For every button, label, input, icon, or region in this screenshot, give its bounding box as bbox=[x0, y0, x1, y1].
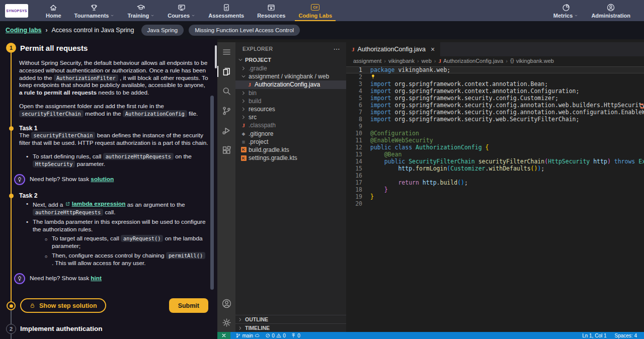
line-number: 9 bbox=[346, 123, 362, 130]
run-debug-icon[interactable] bbox=[219, 124, 233, 137]
code-content[interactable]: 1package vikingbank.web;23import org.spr… bbox=[346, 65, 644, 207]
tree-item-build[interactable]: build bbox=[235, 97, 346, 105]
code-line-17[interactable]: 17 return http.build(); bbox=[346, 179, 644, 186]
code-line-19[interactable]: 19} bbox=[346, 193, 644, 200]
editor-breadcrumb-assignment[interactable]: assignment bbox=[353, 58, 381, 64]
line-number: 7 bbox=[346, 109, 362, 116]
code-line-18[interactable]: 18 } bbox=[346, 186, 644, 193]
code-action-lightbulb-icon[interactable] bbox=[370, 74, 376, 79]
panel-scrollbar-inner[interactable] bbox=[210, 96, 214, 290]
timeline-section[interactable]: TIMELINE bbox=[235, 323, 346, 332]
nav-item-home[interactable]: Home bbox=[39, 0, 68, 21]
tree-item-assignment-vikingbank-web[interactable]: assignment / vikingbank / web bbox=[235, 72, 346, 80]
tree-item-.gradle[interactable]: .gradle bbox=[235, 64, 346, 72]
explorer-icon[interactable] bbox=[219, 65, 233, 78]
nav-item-training[interactable]: Training bbox=[121, 0, 161, 21]
editor-breadcrumb-authorizationconfig.java[interactable]: JAuthorizationConfig.java bbox=[438, 58, 503, 64]
explorer-title: EXPLORER bbox=[243, 46, 273, 52]
line-number: 20 bbox=[346, 200, 362, 207]
nav-item-resources[interactable]: Resources bbox=[251, 0, 292, 21]
bullet-item: The lambda parameter in this expression … bbox=[26, 218, 208, 267]
lab-badges: Java SpringMissing Function Level Access… bbox=[141, 25, 300, 36]
editor-breadcrumb-vikingbank.web[interactable]: {}vikingbank.web bbox=[510, 58, 554, 64]
ellipsis-icon[interactable]: ⋯ bbox=[334, 45, 340, 53]
explorer-sidebar: EXPLORER ⋯ PROJECT .gradleassignment / v… bbox=[235, 42, 346, 332]
cursor-position[interactable]: Ln 1, Col 1 bbox=[582, 333, 606, 338]
lab-badge: Missing Function Level Access Control bbox=[189, 25, 300, 36]
code-line-8[interactable]: 8import org.springframework.security.web… bbox=[346, 116, 644, 123]
external-link[interactable]: lambda expression bbox=[65, 200, 126, 208]
code-line-16[interactable]: 16 bbox=[346, 172, 644, 179]
chevron-right-icon bbox=[240, 65, 247, 71]
code-line-4[interactable]: 4import org.springframework.context.anno… bbox=[346, 88, 644, 95]
tree-item-build.gradle.kts[interactable]: Kbuild.gradle.kts bbox=[235, 146, 346, 154]
show-step-solution-button[interactable]: Show step solution bbox=[20, 298, 106, 313]
tree-item-src[interactable]: src bbox=[235, 113, 346, 121]
tree-item-resources[interactable]: resources bbox=[235, 105, 346, 113]
account-icon[interactable] bbox=[219, 297, 233, 310]
code-line-10[interactable]: 10@Configuration bbox=[346, 130, 644, 137]
nav-item-administration[interactable]: Administration bbox=[585, 0, 637, 21]
nav-item-courses[interactable]: Courses bbox=[161, 0, 202, 21]
java-file-icon: J bbox=[352, 46, 355, 52]
tab-label: AuthorizationConfig.java bbox=[358, 46, 426, 53]
nav-item-tournaments[interactable]: Tournaments bbox=[68, 0, 121, 21]
close-icon[interactable]: × bbox=[431, 45, 435, 53]
inline-code: permitAll() bbox=[166, 252, 205, 259]
nav-item-metrics[interactable]: Metrics bbox=[547, 0, 585, 21]
code-line-20[interactable]: 20 bbox=[346, 200, 644, 207]
submit-button[interactable]: Submit bbox=[169, 298, 208, 313]
tab-authorizationconfig[interactable]: J AuthorizationConfig.java × bbox=[346, 42, 440, 56]
remote-indicator[interactable] bbox=[217, 332, 230, 339]
nav-item-assessments[interactable]: Assessments bbox=[202, 0, 251, 21]
nav-item-label: Administration bbox=[591, 13, 630, 19]
logo[interactable]: SYNOPSYS bbox=[5, 4, 28, 18]
breadcrumb-separator: › bbox=[384, 58, 386, 64]
overview-ruler-mark bbox=[640, 107, 643, 109]
code-line-12[interactable]: 12public class AuthorizationConfig { bbox=[346, 144, 644, 151]
outline-section[interactable]: OUTLINE bbox=[235, 315, 346, 323]
branch-indicator[interactable]: main bbox=[235, 333, 260, 338]
graduation-cap-icon bbox=[136, 3, 145, 12]
project-section-header[interactable]: PROJECT bbox=[235, 55, 346, 64]
panel-scrollbar-outer[interactable] bbox=[215, 45, 217, 68]
tree-item-.classpath[interactable]: J.classpath bbox=[235, 121, 346, 129]
breadcrumb-link[interactable]: Coding labs bbox=[6, 27, 42, 34]
editor-breadcrumb-web[interactable]: web bbox=[422, 58, 432, 64]
code-line-2[interactable]: 2 bbox=[346, 73, 644, 80]
extensions-icon[interactable] bbox=[219, 143, 233, 156]
code-line-9[interactable]: 9 bbox=[346, 123, 644, 130]
help-link-solution[interactable]: solution bbox=[91, 176, 114, 183]
problems-indicator[interactable]: 0 0 bbox=[265, 333, 286, 338]
code-line-3[interactable]: 3import org.springframework.context.anno… bbox=[346, 80, 644, 88]
inline-code: AuthorizationConfig bbox=[123, 110, 187, 117]
tree-item-.project[interactable]: ≡.project bbox=[235, 138, 346, 146]
editor-breadcrumb-vikingbank[interactable]: vikingbank bbox=[388, 58, 415, 64]
code-line-7[interactable]: 7import org.springframework.security.con… bbox=[346, 109, 644, 116]
code-line-13[interactable]: 13 @Bean bbox=[346, 151, 644, 158]
code-line-11[interactable]: 11@EnableWebSecurity bbox=[346, 137, 644, 144]
line-number: 5 bbox=[346, 95, 362, 102]
settings-gear-icon[interactable] bbox=[219, 316, 233, 329]
code-line-1[interactable]: 1package vikingbank.web; bbox=[346, 66, 644, 73]
breadcrumb-separator: › bbox=[417, 58, 419, 64]
tree-item-.gitignore[interactable]: ◆.gitignore bbox=[235, 130, 346, 138]
ports-indicator[interactable]: 0 bbox=[291, 333, 300, 338]
source-control-icon[interactable] bbox=[219, 104, 233, 117]
code-line-6[interactable]: 6import org.springframework.security.con… bbox=[346, 102, 644, 109]
timeline-line-upcoming bbox=[11, 310, 12, 324]
nav-item-coding-labs[interactable]: C#Coding Labs bbox=[292, 0, 339, 21]
tree-item-label: resources bbox=[249, 106, 275, 113]
menu-icon[interactable] bbox=[219, 45, 233, 58]
help-link-hint[interactable]: hint bbox=[91, 275, 102, 282]
tree-item-bin[interactable]: bin bbox=[235, 89, 346, 97]
source-control-icon bbox=[221, 106, 232, 116]
code-line-5[interactable]: 5import org.springframework.security.con… bbox=[346, 95, 644, 102]
tree-item-settings.gradle.kts[interactable]: Ksettings.gradle.kts bbox=[235, 154, 346, 162]
indentation-setting[interactable]: Spaces: 4 bbox=[615, 333, 637, 338]
broadcast-tower-icon bbox=[291, 333, 296, 338]
search-icon[interactable] bbox=[219, 84, 233, 98]
code-line-14[interactable]: 14 public SecurityFilterChain securityFi… bbox=[346, 158, 644, 165]
tree-item-authorizationconfig.java[interactable]: JAuthorizationConfig.java bbox=[235, 80, 346, 89]
code-line-15[interactable]: 15 http.formLogin(Customizer.withDefault… bbox=[346, 165, 644, 172]
